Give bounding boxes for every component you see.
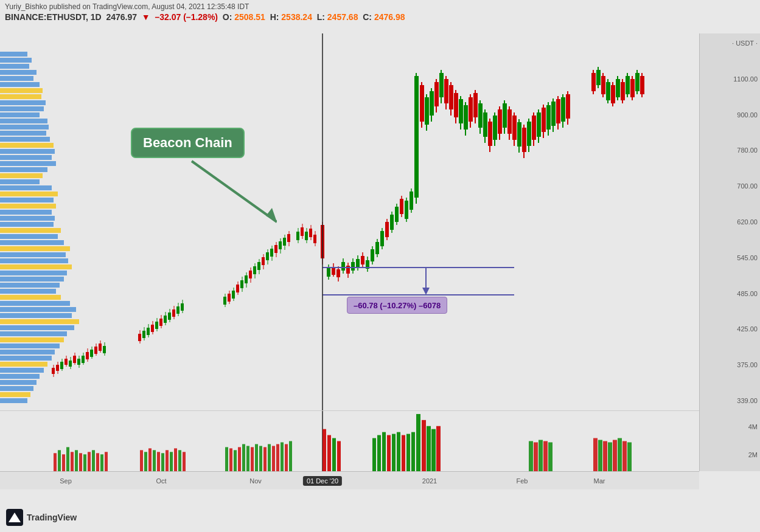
- svg-line-278: [192, 161, 277, 222]
- svg-rect-266: [626, 76, 630, 94]
- svg-rect-347: [603, 441, 607, 472]
- svg-rect-104: [176, 306, 180, 314]
- svg-rect-22: [0, 179, 40, 184]
- svg-rect-51: [0, 356, 52, 361]
- svg-rect-329: [387, 435, 391, 471]
- close-label: C:: [363, 12, 372, 22]
- svg-rect-100: [168, 313, 171, 320]
- svg-rect-309: [238, 447, 241, 471]
- svg-rect-330: [392, 434, 396, 471]
- svg-rect-326: [372, 438, 376, 471]
- time-label-dec1: 01 Dec '20: [303, 476, 342, 486]
- time-label-2021: 2021: [422, 477, 437, 485]
- svg-rect-348: [608, 442, 612, 471]
- svg-rect-3: [0, 64, 29, 69]
- svg-rect-43: [0, 307, 76, 312]
- svg-rect-134: [279, 241, 282, 249]
- svg-rect-14: [0, 131, 46, 136]
- svg-rect-188: [414, 76, 419, 198]
- svg-rect-344: [548, 442, 553, 471]
- volume-svg: [0, 410, 699, 471]
- svg-rect-72: [77, 359, 80, 365]
- svg-rect-287: [75, 450, 78, 471]
- svg-rect-306: [225, 447, 228, 471]
- chart-svg[interactable]: [0, 33, 699, 410]
- svg-rect-106: [181, 303, 184, 311]
- svg-rect-204: [454, 93, 458, 117]
- svg-rect-270: [635, 73, 640, 91]
- price-tick-545: 545.00: [702, 254, 758, 261]
- svg-rect-336: [422, 420, 426, 471]
- price-tick-1100: 1100.00: [702, 75, 758, 83]
- svg-rect-35: [0, 258, 68, 263]
- beacon-chain-annotation: Beacon Chain: [131, 128, 245, 158]
- svg-rect-108: [223, 297, 226, 305]
- price-change: –32.07 (–1.28%): [155, 12, 218, 22]
- open-value: 2508.51: [234, 12, 265, 22]
- svg-rect-31: [0, 234, 58, 239]
- svg-rect-118: [245, 275, 248, 283]
- svg-marker-279: [266, 208, 277, 222]
- tradingview-logo: TradingView: [6, 509, 77, 526]
- svg-rect-351: [622, 441, 627, 472]
- svg-rect-66: [64, 359, 68, 365]
- svg-rect-340: [529, 441, 533, 472]
- svg-rect-196: [434, 82, 439, 106]
- svg-rect-52: [0, 362, 47, 367]
- svg-rect-236: [532, 116, 536, 140]
- svg-rect-44: [0, 313, 72, 318]
- svg-rect-170: [371, 249, 374, 261]
- svg-rect-338: [431, 429, 436, 471]
- svg-rect-11: [0, 112, 40, 117]
- svg-rect-76: [86, 352, 89, 359]
- svg-rect-116: [240, 280, 243, 288]
- svg-rect-220: [493, 116, 497, 140]
- svg-rect-323: [327, 435, 331, 471]
- svg-rect-57: [0, 392, 30, 397]
- svg-rect-319: [281, 442, 284, 471]
- svg-rect-238: [537, 112, 541, 137]
- svg-rect-10: [0, 106, 44, 111]
- svg-rect-53: [0, 368, 44, 373]
- svg-rect-264: [621, 82, 625, 100]
- svg-rect-325: [337, 441, 341, 472]
- svg-rect-21: [0, 173, 43, 178]
- time-label-mar: Mar: [594, 477, 605, 485]
- beacon-chain-box: Beacon Chain: [131, 128, 245, 158]
- svg-rect-324: [332, 438, 336, 471]
- svg-rect-130: [270, 249, 273, 257]
- svg-rect-294: [105, 452, 108, 471]
- chart-container: Yuriy_Bishko published on TradingView.co…: [0, 0, 760, 532]
- svg-rect-300: [161, 453, 164, 471]
- svg-rect-156: [336, 269, 340, 277]
- svg-rect-310: [242, 444, 245, 471]
- price-line: BINANCE:ETHUSDT, 1D 2476.97 ▼ –32.07 (–1…: [5, 12, 755, 22]
- svg-rect-42: [0, 301, 70, 306]
- svg-rect-26: [0, 204, 56, 209]
- svg-rect-186: [410, 192, 413, 210]
- svg-rect-7: [0, 88, 43, 93]
- svg-rect-298: [153, 450, 156, 471]
- svg-rect-216: [483, 112, 487, 137]
- svg-rect-144: [305, 232, 308, 240]
- svg-rect-308: [234, 450, 237, 471]
- author-line: Yuriy_Bishko published on TradingView.co…: [5, 2, 755, 11]
- svg-rect-84: [103, 346, 106, 353]
- svg-rect-350: [618, 438, 622, 471]
- svg-rect-58: [0, 398, 27, 403]
- svg-rect-272: [640, 76, 644, 94]
- svg-rect-24: [0, 192, 58, 196]
- high-value: 2538.24: [281, 12, 312, 22]
- svg-rect-337: [427, 426, 431, 471]
- svg-rect-224: [503, 103, 507, 128]
- svg-rect-62: [56, 365, 59, 371]
- svg-rect-288: [79, 453, 82, 471]
- time-label-nov: Nov: [249, 477, 262, 485]
- svg-rect-37: [0, 271, 67, 275]
- svg-rect-45: [0, 319, 79, 324]
- svg-rect-190: [420, 85, 424, 122]
- time-label-sep: Sep: [60, 477, 72, 485]
- svg-rect-92: [151, 325, 154, 332]
- svg-rect-254: [596, 70, 601, 85]
- svg-rect-19: [0, 161, 56, 166]
